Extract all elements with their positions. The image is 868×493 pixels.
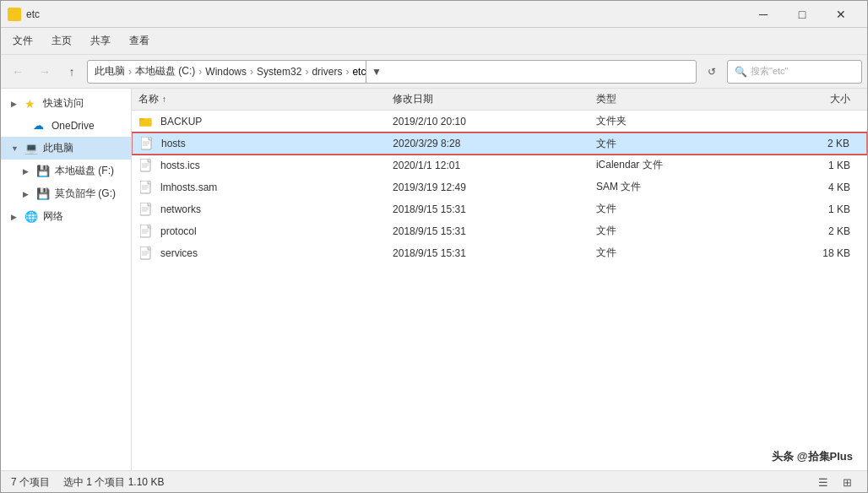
- sidebar-item-onedrive[interactable]: ☁ OneDrive: [1, 115, 131, 137]
- expand-arrow: ▶: [23, 190, 31, 198]
- sidebar-item-drive-g[interactable]: ▶ 💾 莫负韶华 (G:): [1, 182, 131, 205]
- search-icon: 🔍: [735, 66, 747, 78]
- drive-icon: 💾: [36, 165, 50, 178]
- address-parts: 此电脑 › 本地磁盘 (C:) › Windows › System32 › d…: [95, 64, 366, 79]
- file-date: 2018/9/15 15:31: [393, 203, 596, 215]
- forward-button[interactable]: →: [33, 60, 57, 84]
- file-name: hosts: [161, 138, 186, 149]
- drive-icon: 💾: [36, 187, 50, 201]
- sidebar-item-network[interactable]: ▶ 🌐 网络: [1, 205, 131, 228]
- file-name: hosts.ics: [160, 160, 200, 171]
- table-row[interactable]: hosts 2020/3/29 8:28 文件 2 KB: [132, 133, 867, 154]
- file-type: 文件: [596, 202, 749, 216]
- minimize-button[interactable]: ─: [744, 1, 783, 28]
- sidebar-item-drive-f[interactable]: ▶ 💾 本地磁盘 (F:): [1, 160, 131, 182]
- sidebar-item-this-pc[interactable]: ▼ 💻 此电脑: [1, 137, 131, 160]
- table-row[interactable]: services 2018/9/15 15:31 文件 18 KB: [132, 242, 867, 264]
- addr-drivers[interactable]: drivers: [312, 66, 342, 78]
- window-controls: ─ □ ✕: [744, 1, 860, 28]
- view-details-button[interactable]: ☰: [813, 474, 833, 492]
- item-count: 7 个项目: [11, 475, 50, 490]
- maximize-button[interactable]: □: [783, 1, 822, 28]
- addr-c-drive[interactable]: 本地磁盘 (C:): [135, 64, 195, 79]
- file-icon: [138, 115, 154, 128]
- menu-file[interactable]: 文件: [4, 30, 41, 51]
- back-button[interactable]: ←: [6, 60, 30, 84]
- sidebar-item-label: 网络: [43, 209, 63, 224]
- window-title: etc: [26, 8, 40, 20]
- file-name-col: networks: [138, 203, 393, 216]
- menu-bar: 文件 主页 共享 查看: [1, 28, 867, 55]
- main-layout: ▶ ★ 快速访问 ☁ OneDrive ▼ 💻 此电脑 ▶ 💾 本地磁盘 (F:…: [1, 89, 867, 470]
- file-size: 2 KB: [748, 138, 860, 149]
- file-name-col: hosts.ics: [138, 159, 393, 172]
- file-type: 文件: [596, 246, 749, 260]
- col-name-label: 名称: [138, 92, 159, 106]
- table-row[interactable]: networks 2018/9/15 15:31 文件 1 KB: [132, 198, 867, 220]
- star-icon: ★: [24, 97, 38, 111]
- file-date: 2020/3/29 8:28: [393, 138, 595, 149]
- file-icon: [138, 159, 154, 172]
- file-name: BACKUP: [160, 116, 202, 127]
- address-bar[interactable]: 此电脑 › 本地磁盘 (C:) › Windows › System32 › d…: [87, 60, 697, 84]
- svg-rect-1: [139, 119, 151, 126]
- search-placeholder: 搜索"etc": [751, 65, 788, 78]
- address-dropdown[interactable]: ▼: [366, 60, 386, 84]
- refresh-button[interactable]: ↺: [700, 60, 724, 84]
- addr-this-pc[interactable]: 此电脑: [95, 64, 125, 79]
- close-button[interactable]: ✕: [822, 1, 860, 28]
- file-name: protocol: [160, 225, 197, 237]
- status-info: 7 个项目 选中 1 个项目 1.10 KB: [11, 475, 164, 490]
- sidebar-item-label: 本地磁盘 (F:): [55, 164, 114, 178]
- view-large-icons-button[interactable]: ⊞: [837, 474, 857, 492]
- view-controls: ☰ ⊞: [813, 474, 857, 492]
- file-icon: [138, 246, 154, 260]
- sidebar-item-label: OneDrive: [52, 120, 95, 132]
- file-type: iCalendar 文件: [596, 158, 749, 172]
- file-icon: [138, 225, 154, 238]
- addr-windows[interactable]: Windows: [205, 66, 247, 78]
- file-name-col: BACKUP: [138, 115, 393, 128]
- addr-system32[interactable]: System32: [257, 66, 301, 78]
- expand-arrow: ▶: [23, 167, 31, 176]
- col-header-type[interactable]: 类型: [596, 92, 749, 106]
- file-size: 1 KB: [749, 203, 860, 215]
- toolbar: ← → ↑ 此电脑 › 本地磁盘 (C:) › Windows › System…: [1, 55, 867, 89]
- folder-icon: [8, 8, 21, 21]
- table-row[interactable]: hosts.ics 2020/1/1 12:01 iCalendar 文件 1 …: [132, 154, 867, 176]
- file-date: 2020/1/1 12:01: [393, 160, 596, 171]
- search-box[interactable]: 🔍 搜索"etc": [727, 60, 862, 84]
- col-header-name[interactable]: 名称 ↑: [138, 92, 393, 106]
- table-row[interactable]: protocol 2018/9/15 15:31 文件 2 KB: [132, 220, 867, 242]
- up-button[interactable]: ↑: [60, 60, 84, 84]
- file-name: services: [160, 247, 198, 259]
- table-row[interactable]: lmhosts.sam 2019/3/19 12:49 SAM 文件 4 KB: [132, 176, 867, 198]
- menu-share[interactable]: 共享: [82, 30, 119, 51]
- file-icon: [139, 137, 155, 150]
- title-bar: etc ─ □ ✕: [1, 1, 867, 28]
- table-row[interactable]: BACKUP 2019/2/10 20:10 文件夹: [132, 111, 867, 133]
- file-name-col: services: [138, 246, 393, 260]
- file-type: 文件: [596, 224, 749, 238]
- sidebar: ▶ ★ 快速访问 ☁ OneDrive ▼ 💻 此电脑 ▶ 💾 本地磁盘 (F:…: [1, 89, 132, 470]
- col-header-date[interactable]: 修改日期: [393, 92, 596, 106]
- file-date: 2019/3/19 12:49: [393, 181, 596, 193]
- network-icon: 🌐: [24, 210, 38, 224]
- col-header-size[interactable]: 大小: [749, 92, 860, 106]
- file-type: 文件夹: [596, 114, 749, 128]
- file-name-col: hosts: [139, 137, 393, 150]
- sidebar-item-label: 莫负韶华 (G:): [55, 187, 116, 201]
- menu-home[interactable]: 主页: [43, 30, 80, 51]
- file-size: 4 KB: [749, 181, 860, 193]
- file-type: SAM 文件: [596, 180, 749, 194]
- file-date: 2018/9/15 15:31: [393, 225, 596, 237]
- menu-view[interactable]: 查看: [121, 30, 158, 51]
- addr-etc[interactable]: etc: [352, 66, 366, 78]
- file-icon: [138, 181, 154, 194]
- file-date: 2019/2/10 20:10: [393, 116, 596, 127]
- title-bar-left: etc: [8, 8, 40, 21]
- file-name-col: lmhosts.sam: [138, 181, 393, 194]
- sidebar-item-quick-access[interactable]: ▶ ★ 快速访问: [1, 92, 131, 115]
- pc-icon: 💻: [24, 142, 38, 155]
- expand-arrow: ▶: [11, 100, 19, 108]
